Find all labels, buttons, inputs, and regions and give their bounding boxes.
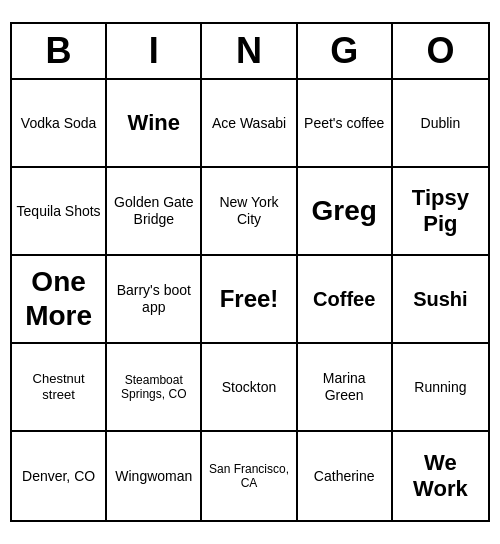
cell-17: Stockton <box>202 344 297 432</box>
cell-11: Barry's boot app <box>107 256 202 344</box>
cell-19: Running <box>393 344 488 432</box>
cell-6: Golden Gate Bridge <box>107 168 202 256</box>
cell-15: Chestnut street <box>12 344 107 432</box>
cell-21: Wingwoman <box>107 432 202 520</box>
cell-20: Denver, CO <box>12 432 107 520</box>
cell-13: Coffee <box>298 256 393 344</box>
cell-16: Steamboat Springs, CO <box>107 344 202 432</box>
cell-1: Wine <box>107 80 202 168</box>
cell-24: We Work <box>393 432 488 520</box>
cell-4: Dublin <box>393 80 488 168</box>
bingo-card: B I N G O Vodka Soda Wine Ace Wasabi Pee… <box>10 22 490 522</box>
cell-10: One More <box>12 256 107 344</box>
cell-12-free: Free! <box>202 256 297 344</box>
cell-23: Catherine <box>298 432 393 520</box>
cell-14: Sushi <box>393 256 488 344</box>
cell-2: Ace Wasabi <box>202 80 297 168</box>
header-o: O <box>393 24 488 78</box>
header-b: B <box>12 24 107 78</box>
cell-0: Vodka Soda <box>12 80 107 168</box>
bingo-header: B I N G O <box>12 24 488 80</box>
cell-3: Peet's coffee <box>298 80 393 168</box>
header-n: N <box>202 24 297 78</box>
cell-22: San Francisco, CA <box>202 432 297 520</box>
cell-9: Tipsy Pig <box>393 168 488 256</box>
header-i: I <box>107 24 202 78</box>
cell-5: Tequila Shots <box>12 168 107 256</box>
bingo-grid: Vodka Soda Wine Ace Wasabi Peet's coffee… <box>12 80 488 520</box>
cell-7: New York City <box>202 168 297 256</box>
cell-8: Greg <box>298 168 393 256</box>
cell-18: Marina Green <box>298 344 393 432</box>
header-g: G <box>298 24 393 78</box>
